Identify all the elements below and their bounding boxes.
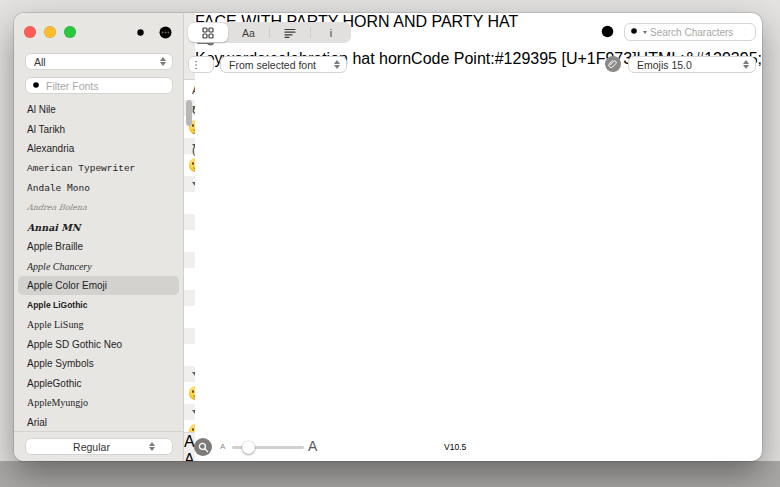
stepper-icon — [157, 55, 168, 68]
minimize-window-button[interactable] — [44, 26, 56, 38]
disclosure-triangle-icon[interactable] — [192, 372, 195, 376]
list-icon — [284, 28, 296, 38]
stepper-icon — [331, 58, 342, 71]
font-list: Al NileAl TarikhAlexandriaAmerican Typew… — [14, 100, 183, 431]
emoji-section-header: Face-Tongue (6) — [184, 176, 195, 192]
glyph-grid: Apple Color Emoji (1468) Face-Smiling (1… — [184, 80, 195, 432]
font-list-item[interactable]: Al Tarikh — [18, 120, 179, 140]
font-group-title: Apple Color Emoji (1468) — [184, 80, 195, 100]
hidden-cells-spacer — [187, 355, 195, 356]
font-list-item[interactable]: Apple Color Emoji — [18, 276, 179, 296]
size-slider-thumb[interactable] — [242, 441, 255, 454]
hidden-cells-spacer — [187, 279, 195, 280]
font-list-item[interactable]: AppleMyungjo — [18, 393, 179, 413]
emoji-section-header — [184, 290, 195, 306]
collection-select[interactable]: All — [25, 53, 173, 70]
emoji-section-header — [184, 328, 195, 344]
tab-label: Aa — [242, 27, 255, 39]
chevron-down-icon — [643, 31, 647, 34]
tab-info-view[interactable]: i — [311, 22, 351, 43]
zoom-window-button[interactable] — [64, 26, 76, 38]
filter-fonts-field[interactable]: Filter Fonts — [25, 77, 173, 94]
font-list-item[interactable]: Arial — [18, 413, 179, 431]
emoji-cell[interactable] — [187, 155, 195, 175]
tab-repertoire-view[interactable] — [270, 22, 310, 43]
emoji-cell[interactable] — [187, 421, 195, 432]
zoom-max-label: A — [308, 438, 317, 454]
emoji-section-header: Face-Hat (3) — [184, 366, 195, 382]
emoji-glyph — [189, 158, 195, 172]
emoji-glyph — [189, 386, 195, 400]
emoji-cell[interactable] — [187, 383, 195, 403]
styled-a-icon: A — [184, 451, 195, 461]
more-options-icon[interactable] — [158, 25, 173, 40]
search-characters-field[interactable]: Search Characters — [624, 23, 756, 41]
emoji-row — [184, 268, 195, 290]
font-list-item[interactable]: Apple Chancery — [18, 256, 179, 276]
character-viewer-window: All Filter Fonts Al NileAl TarikhAlexand… — [14, 13, 762, 461]
stepper-icon — [147, 440, 158, 453]
font-list-item[interactable]: Apple Braille — [18, 237, 179, 257]
close-window-button[interactable] — [24, 26, 36, 38]
emoji-version-select[interactable]: Emojis 15.0 — [628, 56, 756, 73]
font-sidebar: All Filter Fonts Al NileAl TarikhAlexand… — [14, 13, 184, 461]
emoji-row — [184, 192, 195, 214]
disclosure-triangle-icon[interactable] — [192, 410, 195, 414]
sidebar-footer: Regular — [14, 431, 183, 461]
paperclip-icon — [608, 59, 618, 69]
magnifier-button[interactable] — [194, 438, 212, 456]
disclosure-triangle-icon[interactable] — [192, 144, 195, 148]
font-list-item[interactable]: AppleGothic — [18, 374, 179, 394]
disclosure-triangle-icon[interactable] — [192, 182, 195, 186]
font-list-item[interactable]: Alexandria — [18, 139, 179, 159]
font-style-value: Regular — [26, 441, 158, 453]
disclosure-triangle-icon[interactable] — [192, 106, 195, 110]
tab-sample-view[interactable]: Aa — [228, 22, 268, 43]
glyph-info-popover: FACE WITH PARTY HORN AND PARTY HAT Keywo… — [195, 13, 762, 461]
sidebar-titlebar — [14, 13, 183, 51]
clear-recents-icon[interactable] — [600, 24, 615, 39]
view-toolbar: Aai Search Characters — [184, 13, 195, 51]
font-list-item[interactable]: Andrea Bolena — [17, 198, 181, 218]
desktop-band — [0, 461, 780, 487]
font-style-select[interactable]: Regular — [25, 438, 173, 455]
link-version-button[interactable] — [605, 56, 621, 72]
font-list-item[interactable]: American Typewriter — [18, 159, 179, 179]
tab-label: i — [330, 27, 332, 39]
font-list-item[interactable]: Andale Mono — [18, 178, 179, 198]
bottom-bar: A A V10.5 A A 12 HTML — [184, 432, 195, 461]
emoji-row — [184, 420, 195, 432]
search-placeholder: Search Characters — [650, 27, 733, 38]
list-bullets-icon — [195, 60, 207, 70]
stepper-icon — [740, 58, 751, 71]
view-mode-segmented-control: Aai — [188, 22, 351, 43]
emoji-row — [184, 230, 195, 252]
emoji-section-header: Face-Glasses (3) — [184, 404, 195, 420]
font-list-item[interactable]: Al Nile — [18, 100, 179, 120]
character-content: Aai Search Characters — [184, 13, 195, 461]
tab-grid-view[interactable] — [188, 23, 228, 42]
font-list-item[interactable]: Annai MN — [18, 217, 179, 237]
font-list-item[interactable]: Apple Symbols — [18, 354, 179, 374]
vertical-scrollbar[interactable] — [186, 100, 192, 126]
search-icon — [32, 81, 42, 91]
emoji-row — [184, 344, 195, 366]
plain-char-segment[interactable]: A — [184, 433, 194, 450]
glyph-source-select[interactable]: From selected font — [220, 56, 347, 73]
emoji-row — [184, 382, 195, 404]
emoji-version-value: Emojis 15.0 — [637, 59, 692, 71]
font-list-item[interactable]: Apple LiGothic — [18, 295, 179, 315]
sidebar-toggle-button[interactable] — [188, 56, 214, 73]
emoji-section-header — [184, 214, 195, 230]
traffic-lights — [24, 26, 76, 38]
font-list-item[interactable]: Apple SD Gothic Neo — [18, 335, 179, 355]
emoji-glyph — [189, 424, 195, 432]
source-toolbar: From selected font Emojis 15.0 — [184, 51, 195, 80]
emoji-row — [184, 154, 195, 176]
gear-icon[interactable] — [133, 25, 148, 40]
glyph-source-value: From selected font — [229, 59, 316, 71]
font-list-item[interactable]: Apple LiSung — [18, 315, 179, 335]
font-version-label: V10.5 — [444, 442, 466, 452]
metadata-label: Code Point: — [411, 50, 495, 67]
magnifier-icon — [198, 442, 209, 453]
